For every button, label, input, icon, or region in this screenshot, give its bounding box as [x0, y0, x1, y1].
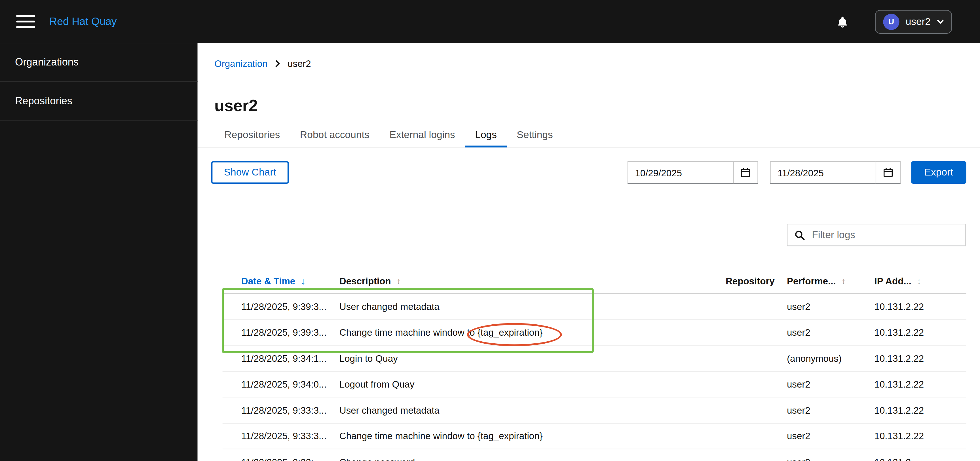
- user-avatar: U: [883, 13, 899, 30]
- log-datetime: 11/28/2025, 9:33:...: [241, 457, 339, 461]
- log-description: Logout from Quay: [339, 379, 725, 389]
- tab-external-logins[interactable]: External logins: [379, 124, 465, 147]
- chevron-down-icon: [937, 19, 944, 24]
- hamburger-menu-icon[interactable]: [16, 15, 35, 28]
- column-header-repository: Repository: [725, 276, 787, 286]
- log-datetime: 11/28/2025, 9:33:3...: [241, 431, 339, 441]
- table-row: 11/28/2025, 9:34:0...Logout from Quayuse…: [223, 371, 966, 397]
- masthead-right: U user2: [836, 10, 980, 33]
- show-chart-button[interactable]: Show Chart: [211, 161, 289, 184]
- table-row: 11/28/2025, 9:39:3...User changed metada…: [223, 294, 966, 320]
- tab-bar: Repositories Robot accounts External log…: [197, 124, 980, 148]
- tab-repositories[interactable]: Repositories: [215, 124, 290, 147]
- log-datetime: 11/28/2025, 9:34:1...: [241, 353, 339, 364]
- column-header-datetime[interactable]: Date & Time ↓: [241, 276, 339, 286]
- sidebar-nav: Organizations Repositories: [0, 43, 197, 461]
- log-performed-by: user2: [787, 431, 875, 441]
- log-performed-by: user2: [787, 405, 875, 415]
- log-table-body: 11/28/2025, 9:39:3...User changed metada…: [223, 294, 966, 461]
- calendar-icon: [741, 168, 751, 178]
- table-row: 11/28/2025, 9:34:1...Login to Quay(anony…: [223, 346, 966, 371]
- table-row: 11/28/2025, 9:39:3...Change time machine…: [223, 320, 966, 345]
- main-content: Organization user2 user2 Repositories Ro…: [197, 43, 980, 461]
- column-header-description[interactable]: Description ↕: [339, 276, 725, 286]
- masthead: Red Hat Quay U user2: [0, 0, 980, 43]
- user-menu[interactable]: U user2: [875, 10, 952, 33]
- notifications-bell-icon[interactable]: [836, 15, 849, 29]
- breadcrumb-organization-link[interactable]: Organization: [215, 58, 267, 68]
- sortable-icon[interactable]: ↕: [842, 276, 846, 286]
- log-description: User changed metadata: [339, 301, 725, 312]
- page-title: user2: [215, 96, 258, 115]
- table-row: 11/28/2025, 9:33:3...Change time machine…: [223, 423, 966, 449]
- log-description: Login to Quay: [339, 353, 725, 364]
- filter-logs-box: [787, 224, 966, 246]
- breadcrumb: Organization user2: [215, 58, 311, 68]
- tab-logs[interactable]: Logs: [465, 124, 507, 147]
- sidebar-item-organizations[interactable]: Organizations: [0, 43, 197, 82]
- calendar-icon: [883, 168, 893, 178]
- log-description: Change password: [339, 457, 725, 461]
- logs-table: Date & Time ↓ Description ↕ Repository P…: [223, 269, 966, 461]
- table-row: 11/28/2025, 9:33:3...User changed metada…: [223, 397, 966, 423]
- app-window: Red Hat Quay U user2 Organizations Repos: [0, 0, 980, 461]
- log-datetime: 11/28/2025, 9:39:3...: [241, 327, 339, 337]
- log-ip: 10.131.2.22: [875, 431, 966, 441]
- sidebar-item-repositories[interactable]: Repositories: [0, 82, 197, 121]
- breadcrumb-chevron-icon: [275, 60, 280, 67]
- log-datetime: 11/28/2025, 9:33:3...: [241, 405, 339, 415]
- end-date-input[interactable]: [770, 161, 876, 184]
- log-performed-by: user2: [787, 379, 875, 389]
- export-button[interactable]: Export: [912, 161, 966, 184]
- table-row: 11/28/2025, 9:33:...Change passworduser2…: [223, 449, 966, 461]
- log-datetime: 11/28/2025, 9:39:3...: [241, 301, 339, 312]
- column-header-ip-address[interactable]: IP Add... ↕: [875, 276, 966, 286]
- log-ip: 10.131.2...: [875, 457, 966, 461]
- user-name: user2: [906, 16, 931, 27]
- log-ip: 10.131.2.22: [875, 327, 966, 337]
- column-header-performed-by[interactable]: Performe... ↕: [787, 276, 875, 286]
- brand-logo: Red Hat Quay: [49, 15, 116, 28]
- sort-desc-arrow-icon: ↓: [301, 276, 306, 286]
- log-performed-by: (anonymous): [787, 353, 875, 364]
- logs-table-header: Date & Time ↓ Description ↕ Repository P…: [223, 269, 966, 294]
- end-date-picker: [770, 161, 900, 184]
- start-date-calendar-button[interactable]: [733, 161, 758, 184]
- search-icon: [794, 230, 805, 240]
- start-date-picker: [628, 161, 758, 184]
- log-performed-by: user2: [787, 301, 875, 312]
- filter-logs-input[interactable]: [811, 229, 958, 241]
- log-ip: 10.131.2.22: [875, 301, 966, 312]
- tab-robot-accounts[interactable]: Robot accounts: [290, 124, 380, 147]
- start-date-input[interactable]: [628, 161, 734, 184]
- sortable-icon[interactable]: ↕: [397, 276, 401, 286]
- breadcrumb-current: user2: [288, 58, 311, 68]
- sidebar-item-label: Repositories: [15, 95, 72, 107]
- log-description: User changed metadata: [339, 405, 725, 415]
- log-description: Change time machine window to {tag_expir…: [339, 327, 725, 337]
- log-datetime: 11/28/2025, 9:34:0...: [241, 379, 339, 389]
- log-ip: 10.131.2.22: [875, 379, 966, 389]
- log-performed-by: user2: [787, 327, 875, 337]
- log-ip: 10.131.2.22: [875, 353, 966, 364]
- sidebar-item-label: Organizations: [15, 56, 78, 68]
- log-description: Change time machine window to {tag_expir…: [339, 431, 725, 441]
- log-performed-by: user2: [787, 457, 875, 461]
- log-ip: 10.131.2.22: [875, 405, 966, 415]
- end-date-calendar-button[interactable]: [876, 161, 900, 184]
- sortable-icon[interactable]: ↕: [917, 276, 921, 286]
- tab-settings[interactable]: Settings: [507, 124, 563, 147]
